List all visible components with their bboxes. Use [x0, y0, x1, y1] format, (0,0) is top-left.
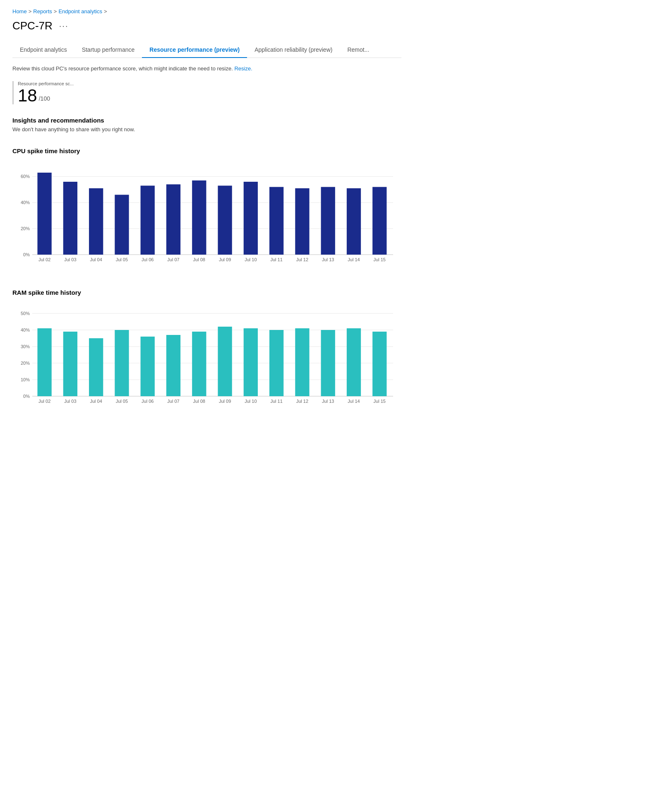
svg-text:Jul 02: Jul 02	[38, 257, 50, 262]
svg-text:Jul 06: Jul 06	[142, 257, 154, 262]
score-denominator: /100	[39, 95, 50, 102]
ram-chart-container: 0%10%20%30%40%50%Jul 02Jul 03Jul 04Jul 0…	[12, 301, 401, 414]
svg-text:Jul 15: Jul 15	[374, 399, 386, 404]
tabs-container: Endpoint analytics Startup performance R…	[12, 42, 401, 58]
score-section: Resource performance sc... 18 /100	[12, 81, 401, 104]
svg-text:30%: 30%	[21, 344, 30, 349]
svg-text:Jul 08: Jul 08	[193, 257, 205, 262]
cpu-chart-title: CPU spike time history	[12, 147, 401, 154]
breadcrumb-sep-3: >	[104, 8, 107, 14]
breadcrumb: Home > Reports > Endpoint analytics >	[12, 8, 401, 14]
svg-rect-52	[63, 332, 77, 396]
svg-rect-58	[141, 337, 155, 396]
svg-text:Jul 15: Jul 15	[374, 257, 386, 262]
insights-text: We don't have anything to share with you…	[12, 126, 401, 132]
svg-text:Jul 08: Jul 08	[193, 399, 205, 404]
svg-text:Jul 04: Jul 04	[90, 399, 102, 404]
insights-section: Insights and recommendations We don't ha…	[12, 117, 401, 132]
svg-text:Jul 09: Jul 09	[219, 399, 231, 404]
page-title: CPC-7R	[12, 19, 53, 32]
breadcrumb-sep-2: >	[54, 8, 57, 14]
tab-resource-performance[interactable]: Resource performance (preview)	[142, 42, 247, 58]
svg-rect-62	[192, 332, 206, 396]
svg-rect-21	[192, 180, 206, 254]
svg-rect-27	[269, 187, 283, 254]
svg-rect-50	[37, 328, 51, 396]
svg-rect-35	[372, 187, 386, 254]
svg-text:Jul 14: Jul 14	[348, 257, 360, 262]
svg-text:Jul 06: Jul 06	[142, 399, 154, 404]
tab-remot[interactable]: Remot...	[340, 42, 377, 58]
svg-text:10%: 10%	[21, 377, 30, 382]
svg-rect-33	[347, 188, 361, 254]
svg-text:Jul 10: Jul 10	[245, 399, 257, 404]
svg-text:60%: 60%	[21, 174, 30, 179]
svg-text:Jul 12: Jul 12	[296, 257, 308, 262]
svg-rect-60	[166, 335, 180, 396]
svg-text:40%: 40%	[21, 200, 30, 205]
ram-chart-title: RAM spike time history	[12, 289, 401, 296]
svg-rect-9	[37, 173, 51, 255]
svg-text:Jul 05: Jul 05	[116, 399, 128, 404]
svg-rect-74	[347, 328, 361, 396]
svg-text:Jul 13: Jul 13	[322, 399, 334, 404]
tab-endpoint-analytics[interactable]: Endpoint analytics	[12, 42, 74, 58]
breadcrumb-reports[interactable]: Reports	[33, 8, 52, 14]
svg-text:Jul 03: Jul 03	[64, 257, 76, 262]
svg-text:Jul 02: Jul 02	[38, 399, 50, 404]
insights-title: Insights and recommendations	[12, 117, 401, 124]
svg-text:Jul 03: Jul 03	[64, 399, 76, 404]
page-title-row: CPC-7R ···	[12, 19, 401, 32]
svg-rect-70	[295, 328, 309, 396]
svg-rect-31	[321, 187, 335, 254]
svg-rect-25	[244, 182, 258, 255]
breadcrumb-endpoint-analytics[interactable]: Endpoint analytics	[58, 8, 102, 14]
svg-text:Jul 05: Jul 05	[116, 257, 128, 262]
svg-text:50%: 50%	[21, 311, 30, 316]
svg-text:20%: 20%	[21, 361, 30, 366]
svg-rect-19	[166, 184, 180, 255]
description-text: Review this cloud PC's resource performa…	[12, 65, 401, 73]
svg-text:Jul 14: Jul 14	[348, 399, 360, 404]
ram-chart-svg: 0%10%20%30%40%50%Jul 02Jul 03Jul 04Jul 0…	[12, 301, 401, 413]
breadcrumb-home[interactable]: Home	[12, 8, 27, 14]
tab-startup-performance[interactable]: Startup performance	[74, 42, 142, 58]
score-value: 18	[18, 87, 37, 104]
svg-rect-66	[244, 328, 258, 396]
svg-text:Jul 07: Jul 07	[167, 257, 179, 262]
svg-text:0%: 0%	[23, 394, 30, 399]
ram-chart-section: RAM spike time history 0%10%20%30%40%50%…	[12, 289, 401, 414]
svg-rect-54	[89, 338, 103, 396]
svg-text:0%: 0%	[23, 252, 30, 257]
svg-rect-15	[115, 195, 129, 255]
resize-link[interactable]: Resize.	[234, 65, 252, 72]
svg-text:20%: 20%	[21, 226, 30, 231]
svg-rect-23	[218, 185, 232, 255]
cpu-chart-container: 0%20%40%60%Jul 02Jul 03Jul 04Jul 05Jul 0…	[12, 159, 401, 272]
svg-rect-29	[295, 188, 309, 254]
svg-text:Jul 11: Jul 11	[270, 257, 282, 262]
svg-rect-13	[89, 188, 103, 254]
svg-rect-76	[372, 332, 386, 396]
svg-text:40%: 40%	[21, 327, 30, 332]
svg-text:Jul 09: Jul 09	[219, 257, 231, 262]
cpu-chart-section: CPU spike time history 0%20%40%60%Jul 02…	[12, 147, 401, 272]
svg-text:Jul 07: Jul 07	[167, 399, 179, 404]
score-label: Resource performance sc...	[18, 81, 74, 86]
svg-rect-64	[218, 327, 232, 396]
svg-rect-68	[269, 330, 283, 396]
svg-text:Jul 13: Jul 13	[322, 257, 334, 262]
svg-rect-72	[321, 330, 335, 396]
svg-rect-11	[63, 182, 77, 255]
svg-rect-56	[115, 330, 129, 396]
tab-application-reliability[interactable]: Application reliability (preview)	[247, 42, 340, 58]
cpu-chart-svg: 0%20%40%60%Jul 02Jul 03Jul 04Jul 05Jul 0…	[12, 159, 401, 271]
breadcrumb-sep-1: >	[29, 8, 32, 14]
ellipsis-button[interactable]: ···	[57, 20, 71, 31]
svg-text:Jul 10: Jul 10	[245, 257, 257, 262]
svg-text:Jul 12: Jul 12	[296, 399, 308, 404]
svg-text:Jul 11: Jul 11	[270, 399, 282, 404]
svg-rect-17	[141, 185, 155, 255]
svg-text:Jul 04: Jul 04	[90, 257, 102, 262]
